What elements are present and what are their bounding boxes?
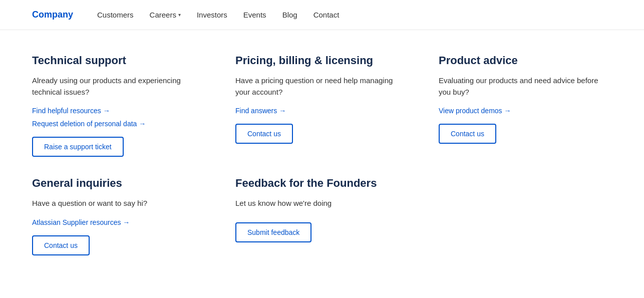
nav-item-investors[interactable]: Investors	[197, 11, 227, 19]
section-feedback-founders: Feedback for the Founders Let us know ho…	[235, 177, 409, 255]
technical-support-title: Technical support	[32, 54, 205, 67]
pricing-billing-desc: Have a pricing question or need help man…	[235, 75, 409, 98]
nav-item-events[interactable]: Events	[243, 11, 266, 19]
section-technical-support: Technical support Already using our prod…	[32, 54, 205, 157]
section-general-inquiries: General inquiries Have a question or wan…	[32, 177, 205, 255]
product-advice-title: Product advice	[439, 54, 612, 67]
supplier-resources-link[interactable]: Atlassian Supplier resources →	[32, 218, 205, 226]
view-demos-link[interactable]: View product demos →	[439, 107, 612, 115]
find-answers-link[interactable]: Find answers →	[235, 107, 409, 115]
technical-support-desc: Already using our products and experienc…	[32, 75, 205, 98]
raise-support-ticket-button[interactable]: Raise a support ticket	[32, 137, 124, 157]
nav-item-contact[interactable]: Contact	[313, 11, 340, 19]
main-nav: Company Customers Careers ▾ Investors Ev…	[0, 0, 644, 30]
product-advice-desc: Evaluating our products and need advice …	[439, 75, 612, 98]
general-inquiries-title: General inquiries	[32, 177, 205, 190]
section-product-advice: Product advice Evaluating our products a…	[439, 54, 612, 157]
main-content: Technical support Already using our prod…	[0, 30, 644, 279]
general-inquiries-contact-us-button[interactable]: Contact us	[32, 235, 90, 255]
empty-col	[439, 177, 612, 255]
pricing-billing-title: Pricing, billing & licensing	[235, 54, 409, 67]
request-deletion-link[interactable]: Request deletion of personal data →	[32, 120, 205, 128]
nav-item-blog[interactable]: Blog	[282, 11, 297, 19]
nav-item-careers[interactable]: Careers ▾	[150, 11, 181, 19]
pricing-contact-us-button[interactable]: Contact us	[235, 124, 293, 144]
submit-feedback-button[interactable]: Submit feedback	[235, 222, 311, 242]
feedback-founders-desc: Let us know how we're doing	[235, 198, 409, 209]
general-inquiries-desc: Have a question or want to say hi?	[32, 198, 205, 209]
sections-grid: Technical support Already using our prod…	[32, 54, 612, 255]
find-helpful-resources-link[interactable]: Find helpful resources →	[32, 107, 205, 115]
nav-item-customers[interactable]: Customers	[97, 11, 134, 19]
feedback-founders-title: Feedback for the Founders	[235, 177, 409, 190]
nav-logo[interactable]: Company	[32, 10, 73, 20]
chevron-down-icon: ▾	[178, 12, 181, 18]
section-pricing-billing: Pricing, billing & licensing Have a pric…	[235, 54, 409, 157]
product-advice-contact-us-button[interactable]: Contact us	[439, 124, 496, 144]
